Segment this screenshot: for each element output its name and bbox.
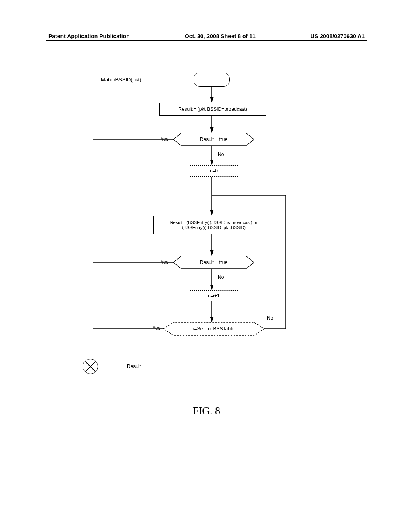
process-result1: Result:= (pkt.BSSID=broadcast): [159, 103, 266, 116]
process-result2-text: Result:=(BSSEntry(i).BSSID is broadcast)…: [155, 220, 272, 230]
result-output-label: Result: [127, 364, 141, 369]
header-right: US 2008/0270630 A1: [311, 33, 365, 39]
page-header: Patent Application Publication Oct. 30, …: [0, 33, 413, 39]
decision-size-check: i=Size of BSSTable: [163, 322, 264, 335]
function-name: MatchBSSID(pkt): [101, 77, 141, 83]
label-yes-2: Yes: [161, 259, 169, 265]
process-result2: Result:=(BSSEntry(i).BSSID is broadcast)…: [153, 216, 274, 234]
start-terminator: [194, 73, 230, 87]
figure-caption: FIG. 8: [0, 405, 413, 417]
label-no-3: No: [267, 315, 273, 321]
process-init-i: i:=0: [190, 165, 238, 177]
decision-result-true-2: Result = true: [173, 256, 254, 269]
header-center: Oct. 30, 2008 Sheet 8 of 11: [185, 33, 256, 39]
flowchart: MatchBSSID(pkt) Result:= (pkt.BSSID=broa…: [93, 77, 323, 399]
process-increment-i: i:=i+1: [190, 290, 238, 301]
label-yes-1: Yes: [161, 136, 169, 142]
header-rule: [46, 40, 367, 41]
label-yes-3: Yes: [152, 325, 161, 331]
decision-result-true-1: Result = true: [173, 133, 254, 146]
label-no-1: No: [218, 152, 224, 157]
end-terminator: [83, 359, 98, 374]
label-no-2: No: [218, 274, 224, 280]
header-left: Patent Application Publication: [48, 33, 130, 39]
